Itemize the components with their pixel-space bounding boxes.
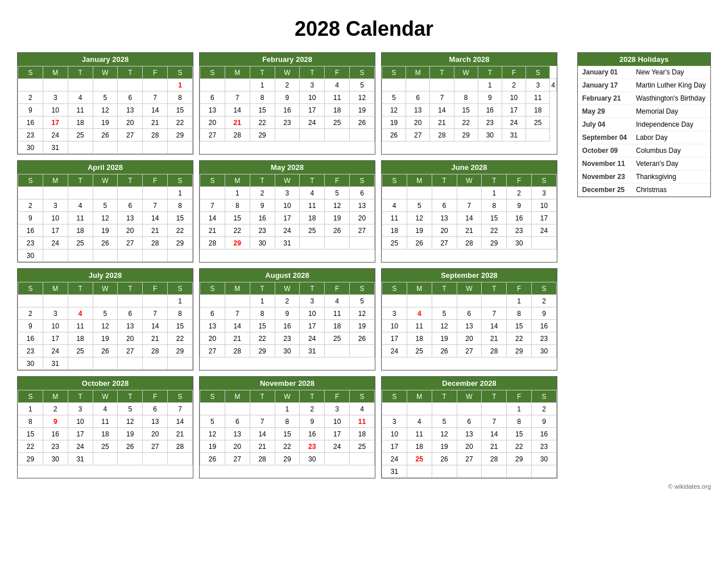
weekday-header: S bbox=[168, 174, 193, 187]
day-cell: 28 bbox=[143, 237, 168, 249]
day-cell: 24 bbox=[300, 116, 325, 129]
day-cell: 4 bbox=[300, 187, 325, 199]
day-cell bbox=[300, 237, 325, 249]
day-cell: 19 bbox=[432, 332, 457, 345]
weekday-header: S bbox=[526, 66, 550, 79]
day-cell: 31 bbox=[275, 237, 300, 249]
weekday-header: W bbox=[457, 174, 482, 187]
day-cell: 19 bbox=[118, 428, 143, 440]
day-cell: 13 bbox=[457, 428, 482, 440]
weekday-header: F bbox=[325, 282, 350, 295]
day-cell: 23 bbox=[532, 332, 557, 345]
month-table: SMTWTFS123456789101112131415161718192021… bbox=[382, 174, 557, 249]
day-cell: 27 bbox=[118, 345, 143, 357]
day-cell: 12 bbox=[118, 415, 143, 428]
month-block: November 2028SMTWTFS12345678910111213141… bbox=[199, 376, 375, 478]
day-cell: 3 bbox=[68, 403, 93, 415]
month-table: SMTWTFS123456789101112131415161718192021… bbox=[18, 282, 193, 370]
footer: © wikidates.org bbox=[11, 483, 717, 490]
day-cell: 12 bbox=[93, 104, 118, 116]
day-cell: 15 bbox=[18, 428, 43, 440]
weekday-header: F bbox=[325, 390, 350, 403]
day-cell: 11 bbox=[68, 212, 93, 224]
day-cell bbox=[18, 187, 43, 199]
day-cell: 26 bbox=[118, 440, 143, 453]
day-cell: 26 bbox=[93, 237, 118, 249]
day-cell bbox=[168, 141, 193, 154]
day-cell bbox=[407, 403, 432, 415]
day-cell: 1 bbox=[250, 79, 275, 91]
day-cell: 12 bbox=[432, 320, 457, 332]
day-cell: 20 bbox=[406, 116, 430, 129]
day-cell: 2 bbox=[507, 187, 532, 199]
day-cell: 21 bbox=[225, 332, 250, 345]
month-block: March 2028SMTWTFS12345678910111213141516… bbox=[381, 52, 557, 155]
day-cell: 1 bbox=[482, 187, 507, 199]
day-cell: 11 bbox=[93, 415, 118, 428]
day-cell: 14 bbox=[457, 212, 482, 224]
day-cell bbox=[118, 79, 143, 91]
day-cell: 9 bbox=[478, 91, 502, 104]
day-cell: 12 bbox=[93, 212, 118, 224]
day-cell: 12 bbox=[432, 428, 457, 440]
day-cell: 9 bbox=[250, 199, 275, 212]
month-block: August 2028SMTWTFS1234567891011121314151… bbox=[199, 268, 375, 370]
holiday-name: Martin Luther King Day bbox=[631, 79, 710, 92]
day-cell: 21 bbox=[482, 440, 507, 453]
day-cell: 2 bbox=[532, 295, 557, 307]
day-cell bbox=[93, 249, 118, 262]
day-cell: 8 bbox=[250, 91, 275, 104]
weekday-header: F bbox=[507, 282, 532, 295]
day-cell: 24 bbox=[68, 440, 93, 453]
day-cell: 12 bbox=[93, 320, 118, 332]
weekday-header: S bbox=[18, 282, 43, 295]
day-cell: 9 bbox=[275, 307, 300, 320]
day-cell: 7 bbox=[168, 403, 193, 415]
day-cell bbox=[432, 187, 457, 199]
holiday-row: November 23Thanksgiving bbox=[578, 170, 710, 184]
day-cell: 4 bbox=[407, 415, 432, 428]
day-cell: 10 bbox=[300, 91, 325, 104]
day-cell: 14 bbox=[250, 428, 275, 440]
day-cell: 6 bbox=[118, 91, 143, 104]
month-table: SMTWTFS123456789101112131415161718192021… bbox=[382, 390, 557, 478]
weekday-header: M bbox=[407, 174, 432, 187]
day-cell: 5 bbox=[118, 403, 143, 415]
day-cell: 30 bbox=[18, 141, 43, 154]
day-cell: 25 bbox=[300, 224, 325, 237]
month-block: October 2028SMTWTFS123456789101112131415… bbox=[17, 376, 193, 478]
day-cell: 2 bbox=[532, 403, 557, 415]
day-cell: 13 bbox=[225, 428, 250, 440]
months-grid: January 2028SMTWTFS123456789101112131415… bbox=[17, 52, 557, 478]
day-cell bbox=[93, 187, 118, 199]
day-cell: 11 bbox=[68, 104, 93, 116]
day-cell: 21 bbox=[482, 332, 507, 345]
day-cell: 30 bbox=[507, 237, 532, 249]
day-cell: 21 bbox=[457, 224, 482, 237]
day-cell bbox=[43, 249, 68, 262]
day-cell: 29 bbox=[18, 453, 43, 465]
day-cell: 18 bbox=[382, 224, 407, 237]
day-cell bbox=[200, 403, 225, 415]
day-cell: 3 bbox=[300, 295, 325, 307]
holiday-date: February 21 bbox=[578, 92, 632, 105]
day-cell bbox=[43, 295, 68, 307]
weekday-header: T bbox=[250, 390, 275, 403]
weekday-header: S bbox=[382, 174, 407, 187]
day-cell: 21 bbox=[250, 440, 275, 453]
day-cell: 30 bbox=[532, 453, 557, 465]
weekday-header: T bbox=[118, 174, 143, 187]
day-cell: 5 bbox=[93, 199, 118, 212]
weekday-header: W bbox=[275, 66, 300, 79]
weekday-header: S bbox=[168, 390, 193, 403]
weekday-header: F bbox=[502, 66, 526, 79]
month-table: SMTWTFS123456789101112131415161718192021… bbox=[382, 66, 557, 141]
day-cell: 18 bbox=[300, 212, 325, 224]
day-cell: 2 bbox=[250, 187, 275, 199]
day-cell bbox=[18, 79, 43, 91]
weekday-header: F bbox=[143, 282, 168, 295]
day-cell: 12 bbox=[325, 199, 350, 212]
month-header: March 2028 bbox=[382, 53, 557, 66]
day-cell: 14 bbox=[143, 212, 168, 224]
day-cell: 10 bbox=[502, 91, 526, 104]
